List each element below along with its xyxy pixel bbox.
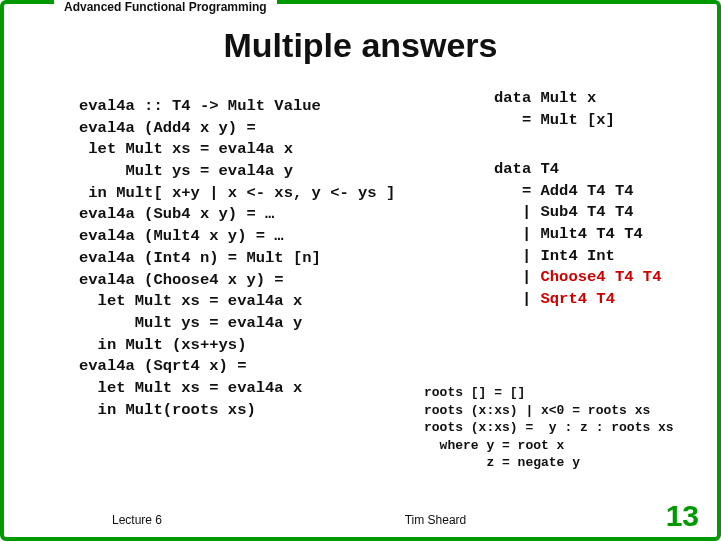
code-line: z = negate y [424,455,580,470]
code-line: let Mult xs = eval4a x [79,379,302,397]
code-line: = Mult [x] [494,111,615,129]
slide-title: Multiple answers [4,26,717,65]
footer-author: Tim Sheard [154,513,717,527]
code-line: in Mult (xs++ys) [79,336,246,354]
code-line: | [494,268,541,286]
code-highlight: Sqrt4 T4 [541,290,615,308]
code-line: let Mult xs = eval4a x [79,140,293,158]
slide-number: 13 [666,499,699,533]
code-line: Mult ys = eval4a y [79,314,302,332]
code-block-mult: data Mult x = Mult [x] [494,88,615,131]
code-line: roots (x:xs) = y : z : roots xs [424,420,674,435]
code-line: eval4a :: T4 -> Mult Value [79,97,321,115]
code-block-roots: roots [] = [] roots (x:xs) | x<0 = roots… [424,384,674,472]
course-header: Advanced Functional Programming [54,0,277,14]
code-line: eval4a (Mult4 x y) = … [79,227,284,245]
code-line: Mult ys = eval4a y [79,162,293,180]
code-line: in Mult[ x+y | x <- xs, y <- ys ] [79,184,395,202]
code-line: | Mult4 T4 T4 [494,225,643,243]
code-line: roots (x:xs) | x<0 = roots xs [424,403,650,418]
code-block-t4: data T4 = Add4 T4 T4 | Sub4 T4 T4 | Mult… [494,159,661,311]
code-line: data T4 [494,160,559,178]
code-line: eval4a (Choose4 x y) = [79,271,284,289]
code-line: eval4a (Int4 n) = Mult [n] [79,249,321,267]
code-block-eval4a: eval4a :: T4 -> Mult Value eval4a (Add4 … [79,96,395,421]
code-line: in Mult(roots xs) [79,401,256,419]
code-line: | [494,290,541,308]
code-line: let Mult xs = eval4a x [79,292,302,310]
code-line: = Add4 T4 T4 [494,182,634,200]
code-line: where y = root x [424,438,564,453]
slide-frame: Advanced Functional Programming Multiple… [0,0,721,541]
code-line: eval4a (Sub4 x y) = … [79,205,274,223]
code-line: eval4a (Add4 x y) = [79,119,256,137]
code-line: roots [] = [] [424,385,525,400]
code-line: eval4a (Sqrt4 x) = [79,357,246,375]
code-line: data Mult x [494,89,596,107]
footer: Lecture 6 Tim Sheard 13 [4,503,717,527]
code-line: | Sub4 T4 T4 [494,203,634,221]
code-line: | Int4 Int [494,247,615,265]
code-highlight: Choose4 T4 T4 [541,268,662,286]
